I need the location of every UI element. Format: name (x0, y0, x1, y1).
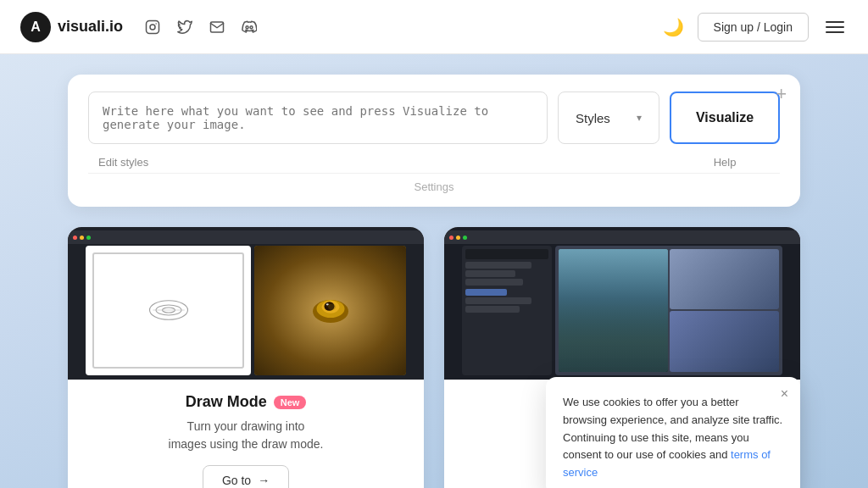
cookie-text: We use cookies to offer you a better bro… (563, 394, 783, 482)
draw-mode-title-row: Draw Mode New (85, 393, 407, 411)
social-icons (143, 18, 259, 36)
dark-mode-toggle[interactable]: 🌙 (663, 17, 684, 37)
settings-label[interactable]: Settings (415, 180, 454, 193)
edit-sidebar (462, 246, 552, 375)
instagram-icon[interactable] (143, 18, 162, 36)
add-button[interactable]: + (776, 85, 787, 103)
help-label[interactable]: Help (714, 156, 737, 169)
settings-row: Settings (88, 173, 780, 193)
visualize-button[interactable]: Visualize (670, 92, 780, 144)
draw-mode-desc: Turn your drawing intoimages using the d… (85, 418, 407, 453)
draw-mode-title: Draw Mode (186, 393, 267, 411)
logo[interactable]: A visuali.io (20, 12, 123, 42)
svg-point-2 (155, 23, 157, 25)
draw-mode-card: Draw Mode New Turn your drawing intoimag… (68, 227, 424, 488)
mail-icon[interactable] (208, 18, 226, 36)
prompt-input[interactable] (88, 92, 548, 144)
logo-text: visuali.io (58, 18, 123, 36)
arrow-right-icon: → (258, 474, 270, 487)
logo-icon: A (20, 12, 51, 42)
input-row: Styles ▾ Visualize (88, 92, 780, 144)
svg-point-13 (328, 304, 336, 311)
cookie-close-button[interactable]: × (781, 387, 788, 401)
svg-point-1 (150, 25, 155, 30)
edit-mode-image (444, 227, 800, 380)
cookie-banner: × We use cookies to offer you a better b… (546, 377, 800, 488)
svg-rect-0 (147, 20, 159, 33)
edit-main-area (555, 246, 782, 375)
sketch-panel (86, 246, 251, 375)
signup-button[interactable]: Sign up / Login (698, 13, 809, 42)
discord-icon[interactable] (240, 18, 259, 36)
svg-point-12 (326, 303, 328, 305)
navbar: A visuali.io 🌙 Sign up / Login (0, 0, 868, 54)
twitter-icon[interactable] (175, 18, 194, 36)
draw-mode-body: Draw Mode New Turn your drawing intoimag… (68, 380, 424, 488)
styles-button[interactable]: Styles ▾ (558, 92, 659, 144)
new-badge: New (274, 396, 307, 409)
sub-row: Edit styles Help (88, 154, 780, 169)
draw-mode-image (68, 227, 424, 380)
generated-panel (254, 246, 406, 375)
chevron-down-icon: ▾ (637, 112, 642, 124)
nav-right: 🌙 Sign up / Login (663, 13, 848, 42)
hamburger-menu[interactable] (822, 18, 848, 36)
edit-styles-label[interactable]: Edit styles (98, 156, 148, 169)
generator-card: + Styles ▾ Visualize Edit styles Help Se… (68, 75, 800, 207)
draw-mode-cta[interactable]: Go to → (203, 465, 289, 488)
